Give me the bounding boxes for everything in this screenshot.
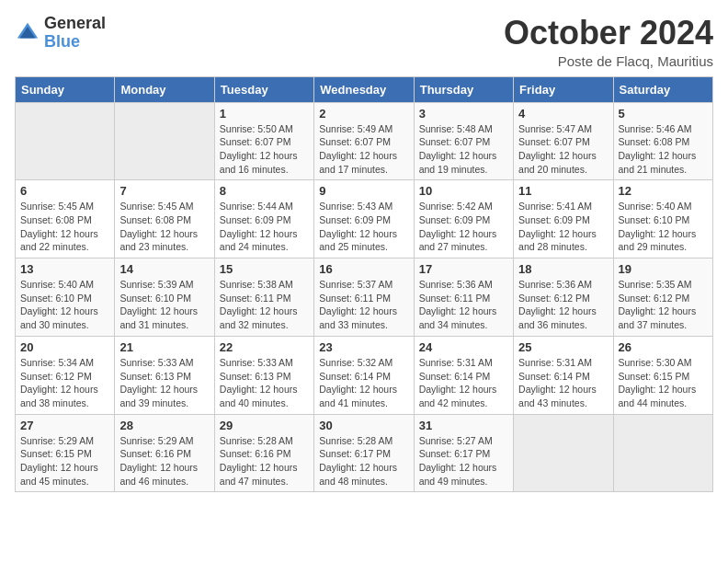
day-detail: Sunrise: 5:45 AM Sunset: 6:08 PM Dayligh… xyxy=(20,200,109,254)
day-detail: Sunrise: 5:44 AM Sunset: 6:09 PM Dayligh… xyxy=(220,200,309,254)
day-detail: Sunrise: 5:27 AM Sunset: 6:17 PM Dayligh… xyxy=(419,434,508,488)
col-saturday: Saturday xyxy=(613,76,712,102)
day-number: 5 xyxy=(619,107,708,121)
day-number: 23 xyxy=(319,340,408,354)
day-detail: Sunrise: 5:33 AM Sunset: 6:13 PM Dayligh… xyxy=(119,356,209,410)
logo-text: General Blue xyxy=(44,15,106,52)
day-number: 19 xyxy=(619,262,708,276)
day-number: 7 xyxy=(119,184,209,198)
page-header: General Blue October 2024 Poste de Flacq… xyxy=(15,15,713,69)
logo-general: General xyxy=(44,15,106,33)
calendar-cell xyxy=(613,414,712,492)
calendar-cell: 22Sunrise: 5:33 AM Sunset: 6:13 PM Dayli… xyxy=(214,336,313,414)
day-detail: Sunrise: 5:48 AM Sunset: 6:07 PM Dayligh… xyxy=(419,122,508,177)
day-number: 31 xyxy=(419,419,508,432)
calendar-cell: 9Sunrise: 5:43 AM Sunset: 6:09 PM Daylig… xyxy=(314,180,414,259)
day-number: 13 xyxy=(20,262,109,276)
day-detail: Sunrise: 5:31 AM Sunset: 6:14 PM Dayligh… xyxy=(518,356,608,410)
day-number: 22 xyxy=(220,340,309,354)
calendar-cell: 20Sunrise: 5:34 AM Sunset: 6:12 PM Dayli… xyxy=(16,336,115,414)
calendar-cell: 3Sunrise: 5:48 AM Sunset: 6:07 PM Daylig… xyxy=(414,102,513,180)
day-number: 2 xyxy=(319,107,408,121)
day-detail: Sunrise: 5:50 AM Sunset: 6:07 PM Dayligh… xyxy=(220,122,309,177)
day-number: 14 xyxy=(119,262,209,276)
day-detail: Sunrise: 5:47 AM Sunset: 6:07 PM Dayligh… xyxy=(518,122,608,177)
day-detail: Sunrise: 5:29 AM Sunset: 6:15 PM Dayligh… xyxy=(20,434,109,488)
day-detail: Sunrise: 5:38 AM Sunset: 6:11 PM Dayligh… xyxy=(220,278,309,332)
calendar-cell: 27Sunrise: 5:29 AM Sunset: 6:15 PM Dayli… xyxy=(16,414,115,492)
calendar-cell: 11Sunrise: 5:41 AM Sunset: 6:09 PM Dayli… xyxy=(514,180,613,259)
calendar-cell: 30Sunrise: 5:28 AM Sunset: 6:17 PM Dayli… xyxy=(314,414,414,492)
day-detail: Sunrise: 5:35 AM Sunset: 6:12 PM Dayligh… xyxy=(619,278,708,332)
day-number: 27 xyxy=(20,419,109,432)
calendar-cell: 31Sunrise: 5:27 AM Sunset: 6:17 PM Dayli… xyxy=(414,414,513,492)
calendar-cell: 23Sunrise: 5:32 AM Sunset: 6:14 PM Dayli… xyxy=(314,336,414,414)
day-number: 11 xyxy=(518,184,608,198)
col-wednesday: Wednesday xyxy=(314,76,414,102)
month-title: October 2024 xyxy=(504,15,713,52)
calendar-cell: 18Sunrise: 5:36 AM Sunset: 6:12 PM Dayli… xyxy=(514,259,613,337)
calendar-cell: 10Sunrise: 5:42 AM Sunset: 6:09 PM Dayli… xyxy=(414,180,513,259)
calendar-cell xyxy=(16,102,115,180)
day-detail: Sunrise: 5:36 AM Sunset: 6:11 PM Dayligh… xyxy=(419,278,508,332)
day-detail: Sunrise: 5:46 AM Sunset: 6:08 PM Dayligh… xyxy=(619,122,708,177)
day-detail: Sunrise: 5:41 AM Sunset: 6:09 PM Dayligh… xyxy=(518,200,608,254)
logo: General Blue xyxy=(15,15,106,52)
calendar-cell: 5Sunrise: 5:46 AM Sunset: 6:08 PM Daylig… xyxy=(613,102,712,180)
day-number: 30 xyxy=(319,419,408,432)
day-detail: Sunrise: 5:37 AM Sunset: 6:11 PM Dayligh… xyxy=(319,278,408,332)
day-number: 1 xyxy=(220,107,309,121)
day-number: 21 xyxy=(119,340,209,354)
day-number: 26 xyxy=(619,340,708,354)
title-block: October 2024 Poste de Flacq, Mauritius xyxy=(504,15,713,69)
calendar-cell: 16Sunrise: 5:37 AM Sunset: 6:11 PM Dayli… xyxy=(314,259,414,337)
day-detail: Sunrise: 5:40 AM Sunset: 6:10 PM Dayligh… xyxy=(20,278,109,332)
day-number: 24 xyxy=(419,340,508,354)
calendar-cell: 26Sunrise: 5:30 AM Sunset: 6:15 PM Dayli… xyxy=(613,336,712,414)
col-friday: Friday xyxy=(514,76,613,102)
calendar-cell xyxy=(514,414,613,492)
day-number: 12 xyxy=(619,184,708,198)
day-detail: Sunrise: 5:29 AM Sunset: 6:16 PM Dayligh… xyxy=(119,434,209,488)
calendar-cell: 17Sunrise: 5:36 AM Sunset: 6:11 PM Dayli… xyxy=(414,259,513,337)
calendar-cell: 13Sunrise: 5:40 AM Sunset: 6:10 PM Dayli… xyxy=(16,259,115,337)
week-row-3: 20Sunrise: 5:34 AM Sunset: 6:12 PM Dayli… xyxy=(16,336,713,414)
day-detail: Sunrise: 5:45 AM Sunset: 6:08 PM Dayligh… xyxy=(119,200,209,254)
calendar-cell: 8Sunrise: 5:44 AM Sunset: 6:09 PM Daylig… xyxy=(214,180,313,259)
day-detail: Sunrise: 5:30 AM Sunset: 6:15 PM Dayligh… xyxy=(619,356,708,410)
week-row-2: 13Sunrise: 5:40 AM Sunset: 6:10 PM Dayli… xyxy=(16,259,713,337)
location: Poste de Flacq, Mauritius xyxy=(504,53,713,69)
logo-blue: Blue xyxy=(44,33,106,52)
day-number: 3 xyxy=(419,107,508,121)
day-number: 28 xyxy=(119,419,209,432)
day-number: 18 xyxy=(518,262,608,276)
calendar-cell: 28Sunrise: 5:29 AM Sunset: 6:16 PM Dayli… xyxy=(115,414,214,492)
day-number: 9 xyxy=(319,184,408,198)
calendar-cell: 14Sunrise: 5:39 AM Sunset: 6:10 PM Dayli… xyxy=(115,259,214,337)
day-number: 25 xyxy=(518,340,608,354)
day-number: 10 xyxy=(419,184,508,198)
calendar-cell: 2Sunrise: 5:49 AM Sunset: 6:07 PM Daylig… xyxy=(314,102,414,180)
day-number: 6 xyxy=(20,184,109,198)
calendar-cell: 15Sunrise: 5:38 AM Sunset: 6:11 PM Dayli… xyxy=(214,259,313,337)
day-detail: Sunrise: 5:33 AM Sunset: 6:13 PM Dayligh… xyxy=(220,356,309,410)
calendar-cell: 25Sunrise: 5:31 AM Sunset: 6:14 PM Dayli… xyxy=(514,336,613,414)
calendar-cell: 7Sunrise: 5:45 AM Sunset: 6:08 PM Daylig… xyxy=(115,180,214,259)
calendar-cell xyxy=(115,102,214,180)
day-number: 16 xyxy=(319,262,408,276)
calendar-cell: 29Sunrise: 5:28 AM Sunset: 6:16 PM Dayli… xyxy=(214,414,313,492)
day-detail: Sunrise: 5:39 AM Sunset: 6:10 PM Dayligh… xyxy=(119,278,209,332)
col-sunday: Sunday xyxy=(16,76,115,102)
day-detail: Sunrise: 5:36 AM Sunset: 6:12 PM Dayligh… xyxy=(518,278,608,332)
day-detail: Sunrise: 5:34 AM Sunset: 6:12 PM Dayligh… xyxy=(20,356,109,410)
day-detail: Sunrise: 5:28 AM Sunset: 6:16 PM Dayligh… xyxy=(220,434,309,488)
day-detail: Sunrise: 5:49 AM Sunset: 6:07 PM Dayligh… xyxy=(319,122,408,177)
week-row-0: 1Sunrise: 5:50 AM Sunset: 6:07 PM Daylig… xyxy=(16,102,713,180)
day-number: 4 xyxy=(518,107,608,121)
calendar-cell: 4Sunrise: 5:47 AM Sunset: 6:07 PM Daylig… xyxy=(514,102,613,180)
day-detail: Sunrise: 5:28 AM Sunset: 6:17 PM Dayligh… xyxy=(319,434,408,488)
calendar-cell: 6Sunrise: 5:45 AM Sunset: 6:08 PM Daylig… xyxy=(16,180,115,259)
week-row-4: 27Sunrise: 5:29 AM Sunset: 6:15 PM Dayli… xyxy=(16,414,713,492)
day-detail: Sunrise: 5:43 AM Sunset: 6:09 PM Dayligh… xyxy=(319,200,408,254)
day-detail: Sunrise: 5:42 AM Sunset: 6:09 PM Dayligh… xyxy=(419,200,508,254)
